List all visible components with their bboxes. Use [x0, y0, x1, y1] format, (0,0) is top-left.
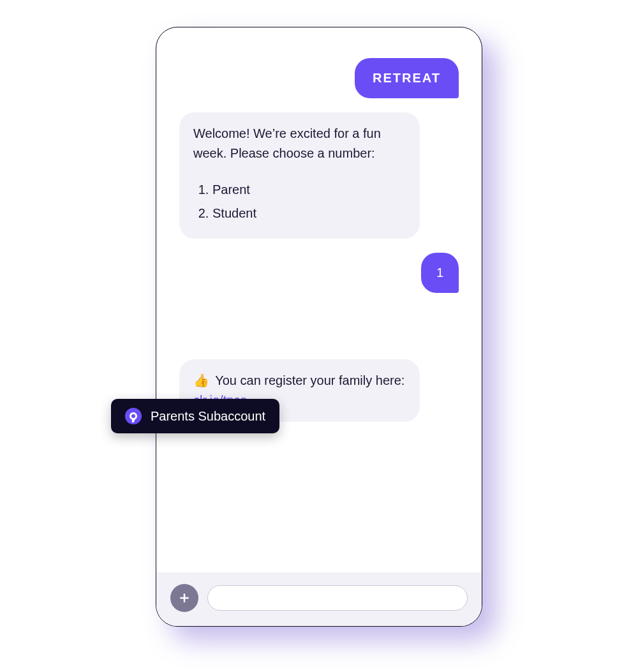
register-text: You can register your family here:: [212, 373, 404, 387]
message-input[interactable]: [207, 585, 468, 611]
tooltip-label: Parents Subaccount: [151, 409, 265, 424]
add-button[interactable]: [170, 584, 198, 612]
welcome-intro: Welcome! We’re excited for a fun week. P…: [193, 124, 406, 163]
thumbs-up-icon: 👍: [193, 373, 209, 387]
messages-area: RETREAT Welcome! We’re excited for a fun…: [156, 27, 482, 572]
message-sent-keyword: RETREAT: [355, 58, 459, 98]
message-received-welcome: Welcome! We’re excited for a fun week. P…: [179, 112, 420, 239]
chat-card: RETREAT Welcome! We’re excited for a fun…: [156, 27, 482, 627]
spacer: [179, 307, 459, 345]
subaccount-tooltip[interactable]: Parents Subaccount: [111, 399, 279, 433]
input-bar: [156, 572, 482, 626]
option-student: Student: [212, 204, 406, 223]
option-parent: Parent: [212, 180, 406, 200]
message-sent-choice: 1: [421, 253, 459, 293]
options-list: Parent Student: [212, 180, 406, 223]
brand-icon: [125, 408, 142, 424]
plus-icon: [178, 592, 191, 604]
